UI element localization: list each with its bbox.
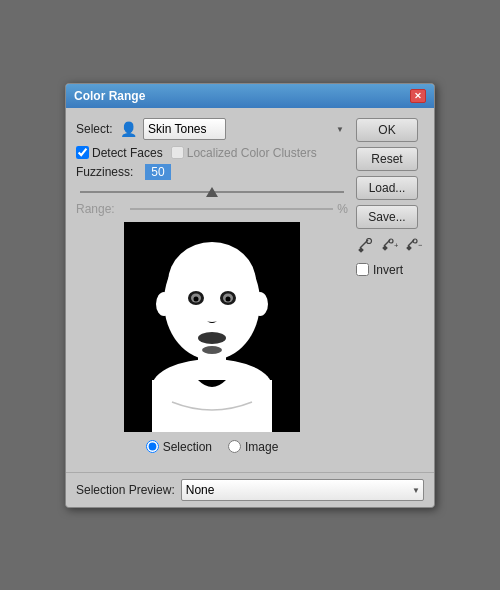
svg-point-19 [168,242,256,322]
svg-rect-4 [152,380,272,432]
selection-preview-label: Selection Preview: [76,483,175,497]
eyedropper-row: + − [356,236,424,256]
ok-button[interactable]: OK [356,118,418,142]
eyedropper-subtract[interactable]: − [404,236,424,256]
select-label: Select: [76,122,114,136]
range-slider-line [130,208,333,210]
preview-dropdown-wrapper: None Grayscale Black Matte White Matte Q… [181,479,424,501]
detect-faces-checkbox[interactable] [76,146,89,159]
svg-point-24 [194,296,199,301]
save-button[interactable]: Save... [356,205,418,229]
detect-faces-label[interactable]: Detect Faces [76,146,163,160]
select-dropdown-wrapper: Skin Tones Reds Yellows Greens [143,118,348,140]
svg-rect-27 [358,247,364,253]
right-panel: OK Reset Load... Save... [356,118,424,462]
select-row: Select: 👤 Skin Tones Reds Yellows Greens [76,118,348,140]
svg-rect-34 [406,245,412,251]
range-row: Range: % [76,202,348,216]
image-radio[interactable] [228,440,241,453]
selection-radio-label[interactable]: Selection [146,440,212,454]
preview-dropdown[interactable]: None Grayscale Black Matte White Matte Q… [181,479,424,501]
invert-row: Invert [356,263,424,277]
selection-radio[interactable] [146,440,159,453]
title-bar: Color Range ✕ [66,84,434,108]
fuzziness-value: 50 [145,164,171,180]
preview-image [124,222,300,432]
select-dropdown[interactable]: Skin Tones Reds Yellows Greens [143,118,226,140]
svg-rect-30 [382,245,388,251]
fuzziness-slider[interactable] [80,184,344,200]
invert-checkbox[interactable] [356,263,369,276]
fuzziness-row: Fuzziness: 50 [76,164,348,180]
eyedropper-normal[interactable] [356,236,376,256]
left-panel: Select: 👤 Skin Tones Reds Yellows Greens… [76,118,348,462]
svg-text:−: − [418,240,422,250]
eyedropper-add[interactable]: + [380,236,400,256]
svg-point-25 [226,296,231,301]
load-button[interactable]: Load... [356,176,418,200]
reset-button[interactable]: Reset [356,147,418,171]
fuzziness-slider-line [80,191,344,193]
image-radio-label[interactable]: Image [228,440,278,454]
invert-label: Invert [373,263,403,277]
range-percent: % [337,202,348,216]
radio-row: Selection Image [76,440,348,454]
person-icon: 👤 [120,121,137,137]
dialog-title: Color Range [74,89,145,103]
svg-point-13 [202,346,222,354]
color-range-dialog: Color Range ✕ Select: 👤 Skin Tones Reds … [65,83,435,508]
svg-text:+: + [394,241,398,250]
svg-point-14 [156,292,172,316]
localized-label[interactable]: Localized Color Clusters [171,146,317,160]
localized-checkbox[interactable] [171,146,184,159]
range-label: Range: [76,202,126,216]
bottom-row: Selection Preview: None Grayscale Black … [66,472,434,507]
dialog-body: Select: 👤 Skin Tones Reds Yellows Greens… [66,108,434,472]
fuzziness-slider-thumb[interactable] [206,187,218,197]
fuzziness-slider-container [76,184,348,200]
fuzziness-label: Fuzziness: [76,165,141,179]
svg-point-12 [198,332,226,344]
close-button[interactable]: ✕ [410,89,426,103]
detect-faces-row: Detect Faces Localized Color Clusters [76,146,348,160]
svg-point-15 [252,292,268,316]
